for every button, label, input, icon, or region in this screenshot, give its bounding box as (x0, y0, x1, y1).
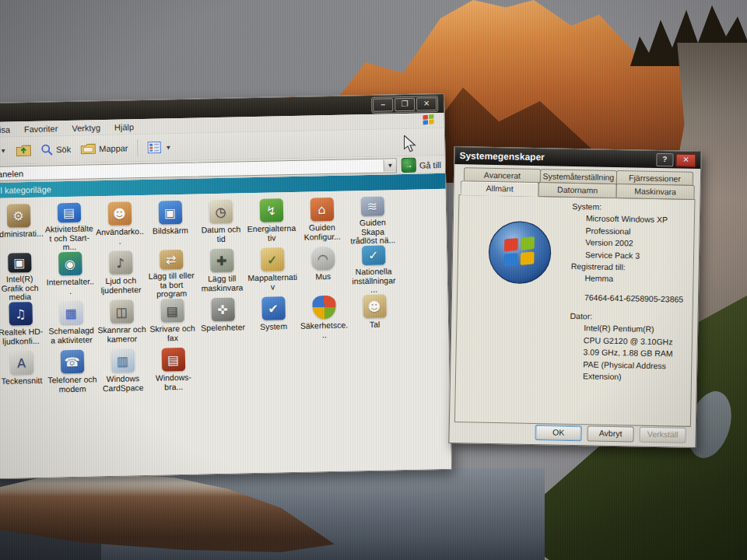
folders-icon (80, 142, 96, 155)
menu-item-verktyg[interactable]: Verktyg (65, 122, 107, 132)
icon-glyph: ◷ (215, 204, 226, 219)
scheduled-tasks-icon: ▦ (59, 301, 83, 325)
search-button[interactable]: Sök (40, 143, 71, 156)
info-line: PAE (Physical Address Extension) (569, 358, 697, 384)
realtek-audio-icon: ♫ (9, 302, 33, 326)
regional-settings-icon: ✓ (361, 246, 385, 265)
ok-button[interactable]: OK (535, 425, 581, 441)
speech-icon: ☻ (363, 295, 387, 319)
back-dropdown-icon[interactable]: ▼ (0, 147, 6, 154)
tab-datornamn[interactable]: Datornamn (538, 182, 616, 198)
cp-item-windows-cardspace[interactable]: ▥Windows CardSpace (97, 348, 149, 398)
dialog-titlebar[interactable]: Systemegenskaper ? ✕ (454, 147, 700, 169)
info-line: Hemma (570, 272, 698, 287)
icon-glyph: ✜ (217, 302, 228, 317)
up-button[interactable] (16, 143, 31, 157)
wireless-network-wizard-icon: ≋ (360, 197, 384, 216)
folder-options-icon: ✓ (260, 247, 284, 271)
icon-label: Lägg till maskinvara (197, 274, 247, 293)
menu-item-hj-lp[interactable]: Hjälp (107, 122, 141, 132)
cp-item-guiden-skapa-tr-dl-st-n[interactable]: ≋Guiden Skapa trådlöst nä... (347, 196, 398, 246)
close-button[interactable]: ✕ (416, 97, 437, 111)
cp-item-schemalagda-aktiviteter[interactable]: ▦Schemalagda aktiviteter (45, 300, 96, 350)
search-label: Sök (56, 145, 71, 154)
cp-item-realtek-hd-ljudkonfi[interactable]: ♫Realtek HD-ljudkonfi... (0, 302, 47, 352)
cp-item-l-gg-till-eller-ta-bort-program[interactable]: ⇄Lägg till eller ta bort program (146, 250, 197, 299)
cp-item-ljud-och-ljudenheter[interactable]: ♪Ljud och ljudenheter (95, 250, 146, 300)
cp-item-internetalter[interactable]: ◉Internetalter... (44, 251, 96, 301)
icon-label: Windows CardSpace (98, 374, 148, 394)
icon-glyph: ▤ (63, 205, 75, 220)
help-button[interactable]: ? (656, 152, 673, 166)
cp-item-anv-ndarko[interactable]: ☻Användarko... (94, 201, 146, 251)
cp-item-spelenheter[interactable]: ✜Spelenheter (197, 297, 248, 347)
icon-label: Datum och tid (196, 225, 246, 244)
windows-firewall-icon: ▤ (161, 348, 185, 372)
dialog-close-button[interactable]: ✕ (675, 153, 696, 166)
icon-glyph: ⚙ (12, 208, 24, 223)
icon-label: Teckensnitt (0, 376, 47, 387)
icon-label: Guiden Konfigur... (297, 223, 347, 243)
maximize-button[interactable]: ❐ (395, 97, 415, 111)
menu-item-favoriter[interactable]: Favoriter (17, 124, 65, 134)
icon-glyph: ⌂ (317, 202, 326, 217)
tab-allm-nt[interactable]: Allmänt (460, 180, 538, 197)
cardspace-icon: ▥ (110, 348, 135, 373)
icon-label: Spelenheter (198, 323, 248, 333)
cancel-button[interactable]: Avbryt (587, 425, 633, 442)
icon-glyph: ▥ (117, 353, 129, 368)
icon-label: Säkerhetsce... (299, 321, 349, 341)
administrative-tools-icon: ⚙ (6, 204, 30, 228)
cp-item-teckensnitt[interactable]: ATeckensnitt (0, 351, 47, 401)
address-dropdown-icon[interactable]: ▼ (384, 159, 396, 171)
intel-graphics-icon: ▣ (8, 253, 32, 272)
cp-item-mus[interactable]: ◠Mus (297, 247, 349, 296)
cp-item-system[interactable]: ✔System (247, 296, 299, 346)
cp-item-guiden-konfigur[interactable]: ⌂Guiden Konfigur... (296, 198, 348, 247)
views-icon (147, 142, 161, 154)
icon-label: Skrivare och fax (148, 324, 198, 344)
system-info: System:Microsoft Windows XPProfessionalV… (569, 201, 700, 385)
folders-button[interactable]: Mappar (80, 142, 128, 155)
cp-item-mappalternativ[interactable]: ✓Mappalternativ (247, 247, 298, 297)
security-center-icon (312, 296, 336, 320)
cp-item-administrati[interactable]: ⚙Administrati... (0, 204, 44, 254)
cp-item-windows-bra[interactable]: ▤Windows-bra... (148, 348, 199, 397)
cp-item-bildsk-rm[interactable]: ▣Bildskärm (145, 201, 196, 250)
cp-item-telefoner-och-modem[interactable]: ☎Telefoner och modem (47, 349, 98, 399)
cp-item-energialternativ[interactable]: ↯Energialternativ (246, 198, 297, 248)
icon-label: Realtek HD-ljudkonfi... (0, 327, 46, 347)
cp-item-nationella-inst-llningar[interactable]: ✓Nationella inställningar ... (348, 245, 399, 295)
views-dropdown-icon[interactable]: ▼ (165, 144, 171, 151)
window-controls: – ❐ ✕ (371, 96, 438, 114)
menu-item-visa[interactable]: Visa (0, 124, 17, 135)
cp-item-skannrar-och-kameror[interactable]: ◫Skannrar och kameror (96, 299, 147, 349)
control-panel-window: – ❐ ✕ VisaFavoriterVerktygHjälp ← ▼ Sök … (0, 93, 452, 479)
icon-label: Nationella inställningar ... (349, 267, 399, 296)
power-options-icon: ↯ (259, 198, 283, 222)
minimize-button[interactable]: – (373, 98, 393, 112)
icon-label: Intel(R) Grafik och media (0, 274, 45, 303)
control-panel-content: ⚙Administrati...▤Aktivitetsfältet och St… (0, 189, 451, 478)
icon-label: Energialternativ (247, 224, 296, 243)
go-button[interactable]: → Gå till (402, 157, 442, 173)
internet-options-icon: ◉ (58, 252, 82, 276)
views-button[interactable]: ▼ (147, 141, 171, 154)
cp-item-tal[interactable]: ☻Tal (349, 294, 400, 344)
cp-item-aktivitetsf-ltet-och-start-m[interactable]: ▤Aktivitetsfältet och Start-m... (44, 202, 95, 252)
cp-item-skrivare-och-fax[interactable]: ▤Skrivare och fax (146, 299, 198, 348)
apply-button[interactable]: Verkställ (639, 427, 686, 443)
fonts-icon: A (9, 351, 33, 375)
cp-item-datum-och-tid[interactable]: ◷Datum och tid (195, 199, 247, 249)
cp-item-l-gg-till-maskinvara[interactable]: ✚Lägg till maskinvara (196, 248, 247, 298)
dialog-title: Systemegenskaper (459, 150, 654, 165)
category-view-link[interactable]: l kategoriläge (0, 184, 51, 194)
display-icon: ▣ (158, 201, 182, 225)
cp-item-s-kerhetsce[interactable]: Säkerhetsce... (298, 295, 349, 345)
icon-glyph: ▣ (13, 255, 26, 270)
cp-item-intel-r-grafik-och-media[interactable]: ▣Intel(R) Grafik och media (0, 253, 45, 303)
icon-label: Mus (298, 272, 348, 282)
icon-label: Internetalter... (45, 277, 95, 296)
tab-maskinvara[interactable]: Maskinvara (615, 184, 694, 200)
icon-glyph: ☎ (64, 354, 79, 369)
